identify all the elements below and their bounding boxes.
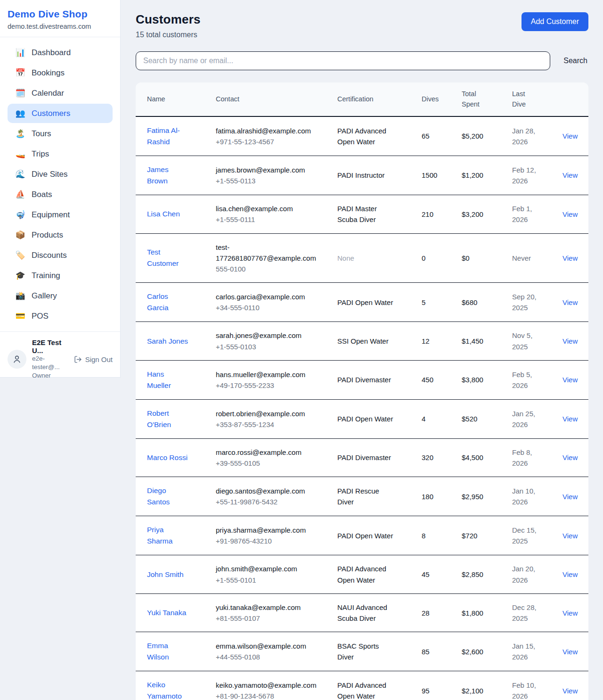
customer-name-link[interactable]: Robert O'Brien xyxy=(147,409,171,428)
calendar-icon: 🗓️ xyxy=(15,88,25,98)
user-name: E2E Test U... xyxy=(32,338,68,354)
user-info: E2E Test U... e2e-tester@... Owner xyxy=(32,338,68,380)
customer-dives: 180 xyxy=(416,477,456,516)
table-row: Carlos Garcia carlos.garcia@example.com … xyxy=(136,283,588,322)
view-customer-link[interactable]: View xyxy=(562,453,578,461)
sidebar-item-pos[interactable]: 💳 POS xyxy=(8,306,113,326)
page-title-block: Customers 15 total customers xyxy=(136,12,201,39)
search-input[interactable] xyxy=(136,51,550,70)
customer-email: robert.obrien@example.com xyxy=(216,408,326,419)
customer-phone: +1-555-0111 xyxy=(216,214,326,225)
customer-email: diego.santos@example.com xyxy=(216,486,326,496)
view-customer-link[interactable]: View xyxy=(562,493,578,501)
view-customer-link[interactable]: View xyxy=(562,609,578,617)
table-row: Sarah Jones sarah.jones@example.com +1-5… xyxy=(136,322,588,361)
col-header-actions xyxy=(557,82,588,116)
customer-name-link[interactable]: Carlos Garcia xyxy=(147,292,169,312)
tours-icon: 🏝️ xyxy=(15,129,25,139)
equipment-icon: 🤿 xyxy=(15,210,25,220)
view-customer-link[interactable]: View xyxy=(562,376,578,384)
view-customer-link[interactable]: View xyxy=(562,532,578,540)
view-customer-link[interactable]: View xyxy=(562,648,578,656)
customer-name-link[interactable]: Hans Mueller xyxy=(147,370,171,389)
dashboard-icon: 📊 xyxy=(15,48,25,58)
sidebar-item-trips[interactable]: 🚤 Trips xyxy=(8,144,113,164)
sidebar-item-customers[interactable]: 👥 Customers xyxy=(8,104,113,123)
customer-phone: +34-555-0110 xyxy=(216,302,326,313)
customer-name-link[interactable]: Yuki Tanaka xyxy=(147,609,186,617)
customer-total-spent: $1,800 xyxy=(456,593,506,632)
sidebar-item-calendar[interactable]: 🗓️ Calendar xyxy=(8,83,113,103)
sidebar-item-products[interactable]: 📦 Products xyxy=(8,225,113,245)
customer-dives: 0 xyxy=(416,233,456,283)
nav-item-label: Customers xyxy=(32,109,70,118)
customer-name-link[interactable]: John Smith xyxy=(147,570,184,578)
sidebar-item-bookings[interactable]: 📅 Bookings xyxy=(8,63,113,82)
customer-name-link[interactable]: James Brown xyxy=(147,165,169,185)
pos-icon: 💳 xyxy=(15,311,25,321)
customer-name-link[interactable]: Test Customer xyxy=(147,248,179,267)
table-row: James Brown james.brown@example.com +1-5… xyxy=(136,156,588,195)
customer-name-link[interactable]: Marco Rossi xyxy=(147,453,187,461)
table-row: Hans Mueller hans.mueller@example.com +4… xyxy=(136,360,588,399)
view-customer-link[interactable]: View xyxy=(562,687,578,695)
customer-certification: PADI Advanced Open Water xyxy=(332,116,416,156)
nav-item-label: Training xyxy=(32,271,60,280)
sidebar-item-boats[interactable]: ⛵ Boats xyxy=(8,185,113,204)
search-button[interactable]: Search xyxy=(562,55,588,67)
view-customer-link[interactable]: View xyxy=(562,171,578,179)
customer-email: priya.sharma@example.com xyxy=(216,525,326,535)
customer-total-spent: $3,800 xyxy=(456,360,506,399)
sidebar-item-equipment[interactable]: 🤿 Equipment xyxy=(8,205,113,224)
customer-name-link[interactable]: Keiko Yamamoto xyxy=(147,681,182,700)
sign-out-button[interactable]: Sign Out xyxy=(74,355,113,363)
customer-last-dive: Feb 8, 2026 xyxy=(506,438,557,477)
customer-total-spent: $720 xyxy=(456,516,506,555)
sidebar: Demo Dive Shop demo.test.divestreams.com… xyxy=(0,0,121,378)
customer-certification: NAUI Advanced Scuba Diver xyxy=(332,593,416,632)
customer-name-link[interactable]: Sarah Jones xyxy=(147,337,188,345)
view-customer-link[interactable]: View xyxy=(562,298,578,306)
customers-icon: 👥 xyxy=(15,108,25,118)
customer-dives: 320 xyxy=(416,438,456,477)
sidebar-item-dive-sites[interactable]: 🌊 Dive Sites xyxy=(8,165,113,184)
customer-certification: PADI Instructor xyxy=(332,156,416,195)
sidebar-item-tours[interactable]: 🏝️ Tours xyxy=(8,124,113,143)
view-customer-link[interactable]: View xyxy=(562,254,578,262)
customer-name-link[interactable]: Emma Wilson xyxy=(147,642,169,661)
add-customer-button[interactable]: Add Customer xyxy=(522,12,588,31)
customer-certification: PADI Advanced Open Water xyxy=(332,555,416,594)
view-customer-link[interactable]: View xyxy=(562,415,578,423)
customer-dives: 12 xyxy=(416,322,456,361)
view-customer-link[interactable]: View xyxy=(562,132,578,140)
customers-table-card: Name Contact Certification Dives Total S… xyxy=(136,82,588,700)
products-icon: 📦 xyxy=(15,230,25,240)
customer-name-link[interactable]: Diego Santos xyxy=(147,486,170,506)
sidebar-item-dashboard[interactable]: 📊 Dashboard xyxy=(8,43,113,62)
customer-last-dive: Jan 15, 2026 xyxy=(506,632,557,671)
view-customer-link[interactable]: View xyxy=(562,337,578,345)
customer-name-link[interactable]: Priya Sharma xyxy=(147,526,172,545)
sign-out-icon xyxy=(74,355,82,363)
customer-name-link[interactable]: Lisa Chen xyxy=(147,210,180,218)
sidebar-item-gallery[interactable]: 📸 Gallery xyxy=(8,286,113,305)
customer-total-spent: $1,200 xyxy=(456,156,506,195)
customer-dives: 210 xyxy=(416,195,456,234)
customer-last-dive: Feb 5, 2026 xyxy=(506,360,557,399)
bookings-icon: 📅 xyxy=(15,68,25,78)
nav-item-label: Calendar xyxy=(32,89,64,98)
view-customer-link[interactable]: View xyxy=(562,570,578,578)
customer-total-spent: $2,600 xyxy=(456,632,506,671)
customer-phone: +49-170-555-2233 xyxy=(216,380,326,391)
nav-item-label: Boats xyxy=(32,190,52,199)
customer-email: sarah.jones@example.com xyxy=(216,330,326,341)
customer-phone: +1-555-0113 xyxy=(216,175,326,186)
shop-domain: demo.test.divestreams.com xyxy=(8,23,113,30)
sidebar-item-discounts[interactable]: 🏷️ Discounts xyxy=(8,246,113,265)
customer-name-link[interactable]: Fatima Al- Rashid xyxy=(147,126,180,146)
table-row: Yuki Tanaka yuki.tanaka@example.com +81-… xyxy=(136,593,588,632)
customer-last-dive: Dec 28, 2025 xyxy=(506,593,557,632)
sidebar-item-training[interactable]: 🎓 Training xyxy=(8,266,113,285)
customer-email: john.smith@example.com xyxy=(216,563,326,574)
view-customer-link[interactable]: View xyxy=(562,210,578,218)
